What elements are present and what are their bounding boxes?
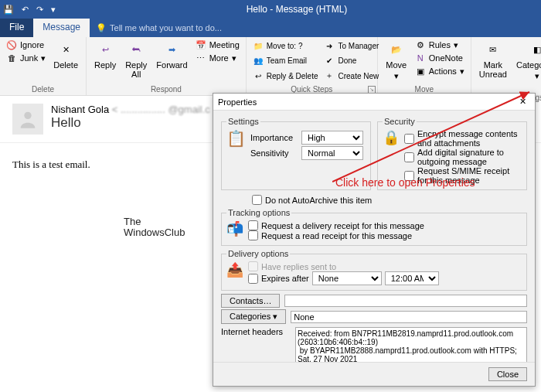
delivery-fieldset: Delivery options 📤 Have replies sent to …	[221, 249, 527, 291]
lightbulb-icon: 💡	[96, 23, 107, 33]
reply-icon: ↩	[96, 40, 114, 59]
onenote-icon: N	[415, 53, 426, 63]
replies-checkbox	[248, 261, 258, 271]
svg-point-0	[24, 112, 31, 119]
new-icon: ＋	[324, 70, 335, 81]
quick-access-toolbar: 💾 ↶ ↷ ▾	[3, 5, 56, 15]
save-icon[interactable]: 💾	[3, 5, 14, 15]
quickstep-teamemail[interactable]: 👥Team Email	[251, 53, 320, 68]
redo-icon[interactable]: ↷	[36, 5, 43, 15]
group-move: 📂Move▾ ⚙Rules▾ NOneNote ▣Actions▾ Move	[378, 37, 471, 95]
chevron-down-icon: ▾	[535, 71, 539, 81]
quickstep-done[interactable]: ✔Done	[322, 53, 380, 68]
delivery-icon: 📤	[226, 261, 243, 285]
rules-icon: ⚙	[415, 39, 426, 50]
quickstep-tomanager[interactable]: ➜To Manager	[322, 39, 380, 53]
meeting-button[interactable]: 📅Meeting	[194, 39, 241, 51]
autoarchive-checkbox[interactable]	[252, 195, 262, 205]
dialog-titlebar[interactable]: Properties ✕	[213, 94, 535, 111]
close-button[interactable]: Close	[488, 367, 527, 381]
person-icon	[17, 108, 39, 130]
chevron-down-icon: ▾	[394, 71, 399, 81]
actions-button[interactable]: ▣Actions▾	[413, 65, 466, 77]
avatar	[12, 104, 43, 135]
title-bar: 💾 ↶ ↷ ▾ Hello - Message (HTML)	[0, 0, 541, 19]
chevron-down-icon: ▾	[41, 53, 46, 63]
meeting-icon: 📅	[196, 39, 206, 50]
ribbon-tabs: File Message 💡 Tell me what you want to …	[0, 19, 541, 37]
folder-icon: 📁	[253, 41, 264, 52]
delivery-receipt-checkbox[interactable]	[248, 220, 258, 230]
undo-icon[interactable]: ↶	[22, 5, 29, 15]
team-icon: 👥	[253, 56, 264, 66]
expires-checkbox[interactable]	[248, 274, 258, 284]
callout-text: Click here to open Properties	[335, 176, 475, 189]
junk-button[interactable]: 🗑Junk▾	[5, 52, 47, 64]
expires-time-select[interactable]: 12:00 AM	[385, 271, 439, 285]
categories-field[interactable]	[291, 311, 527, 323]
read-receipt-checkbox[interactable]	[248, 230, 258, 240]
delivery-legend: Delivery options	[226, 249, 290, 258]
reply-all-button[interactable]: ⮪Reply All	[122, 39, 150, 84]
actions-icon: ▣	[415, 66, 426, 77]
properties-dialog: Properties ✕ Settings 📋 ImportanceHigh S…	[213, 93, 536, 387]
internet-headers-textarea[interactable]	[295, 327, 527, 362]
tab-file[interactable]: File	[0, 19, 33, 37]
group-quicksteps: 📁Move to: ? ➜To Manager 👥Team Email ✔Don…	[247, 37, 378, 95]
properties-icon: 📋	[226, 129, 246, 162]
receipt-icon: 📬	[226, 220, 243, 240]
categories-button[interactable]: Categories ▾	[221, 309, 286, 324]
quickstep-moveto[interactable]: 📁Move to: ?	[251, 39, 320, 53]
headers-label: Internet headers	[221, 327, 291, 336]
sender-email-blur: < ................ @gmail.c	[112, 104, 210, 115]
tell-me-search[interactable]: 💡 Tell me what you want to do...	[90, 19, 228, 37]
reply-all-icon: ⮪	[127, 40, 145, 59]
group-delete: 🚫Ignore 🗑Junk▾ ✕ Delete Delete	[0, 37, 87, 95]
categorize-icon: ◧	[528, 40, 541, 59]
contacts-field[interactable]	[284, 295, 527, 307]
ribbon: 🚫Ignore 🗑Junk▾ ✕ Delete Delete ↩Reply ⮪R…	[0, 37, 541, 96]
more-icon: ⋯	[196, 53, 206, 63]
quickstep-createnew[interactable]: ＋Create New	[322, 69, 380, 84]
close-icon[interactable]: ✕	[515, 97, 530, 107]
chevron-down-icon: ▾	[454, 40, 458, 50]
categorize-button[interactable]: ◧Categorize▾	[513, 39, 541, 92]
message-subject: Hello	[51, 115, 210, 131]
delete-icon: ✕	[56, 40, 75, 59]
importance-select[interactable]: High	[301, 131, 363, 145]
mark-unread-button[interactable]: ✉Mark Unread	[476, 39, 510, 92]
security-legend: Security	[383, 117, 417, 126]
move-icon: 📂	[387, 40, 406, 59]
delete-button[interactable]: ✕ Delete	[50, 39, 81, 84]
importance-label: Importance	[250, 133, 297, 142]
onenote-button[interactable]: NOneNote	[413, 52, 466, 64]
tracking-fieldset: Tracking options 📬 Request a delivery re…	[221, 208, 527, 246]
group-respond: ↩Reply ⮪Reply All ➡Forward 📅Meeting ⋯Mor…	[87, 37, 247, 95]
tell-me-placeholder: Tell me what you want to do...	[110, 23, 222, 32]
settings-legend: Settings	[226, 117, 260, 126]
replydelete-icon: ↩	[253, 70, 264, 81]
manager-icon: ➜	[324, 41, 335, 52]
expires-date-select[interactable]: None	[312, 271, 382, 285]
done-icon: ✔	[324, 56, 335, 66]
ignore-button[interactable]: 🚫Ignore	[5, 39, 47, 51]
sensitivity-select[interactable]: Normal	[301, 146, 363, 160]
chevron-down-icon: ▾	[232, 53, 236, 63]
reply-button[interactable]: ↩Reply	[91, 39, 119, 84]
rules-button[interactable]: ⚙Rules▾	[413, 39, 466, 51]
sign-checkbox[interactable]	[404, 152, 414, 162]
move-button[interactable]: 📂Move▾	[383, 39, 410, 84]
tracking-legend: Tracking options	[226, 208, 291, 217]
forward-button[interactable]: ➡Forward	[153, 39, 190, 84]
watermark: The WindowsClub	[124, 216, 185, 239]
tab-message[interactable]: Message	[33, 19, 90, 37]
more-respond-button[interactable]: ⋯More▾	[194, 52, 241, 64]
group-tags: ✉Mark Unread ◧Categorize▾ ⚑Follow Up▾ Ta…	[471, 37, 541, 95]
quickstep-replydelete[interactable]: ↩Reply & Delete	[251, 69, 320, 84]
window-title: Hello - Message (HTML)	[56, 4, 538, 15]
group-label-delete: Delete	[5, 84, 81, 95]
junk-icon: 🗑	[6, 53, 17, 63]
chevron-down-icon: ▾	[460, 66, 464, 77]
contacts-button[interactable]: Contacts…	[221, 294, 280, 308]
encrypt-checkbox[interactable]	[404, 134, 414, 144]
